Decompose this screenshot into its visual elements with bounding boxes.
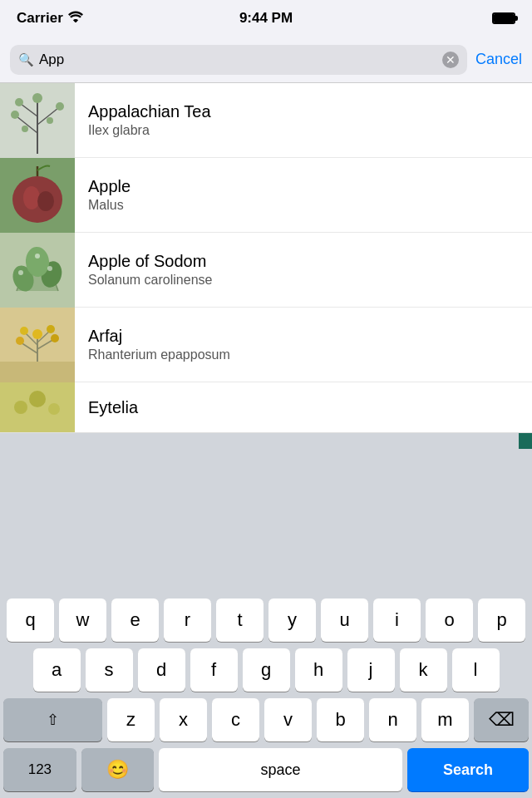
search-bar: 🔍 ✕ Cancel xyxy=(0,37,532,83)
svg-point-21 xyxy=(47,266,52,271)
svg-point-20 xyxy=(18,270,23,275)
svg-point-33 xyxy=(47,325,55,333)
wifi-icon xyxy=(68,10,83,27)
key-a[interactable]: a xyxy=(33,648,81,692)
svg-point-13 xyxy=(23,186,40,209)
search-key[interactable]: Search xyxy=(407,748,529,791)
svg-point-38 xyxy=(48,403,60,415)
svg-point-30 xyxy=(16,337,24,345)
status-right xyxy=(492,12,515,24)
result-latin: Malus xyxy=(88,198,519,213)
svg-point-9 xyxy=(22,126,28,132)
svg-point-32 xyxy=(20,327,28,335)
keyboard-row-1: q w e r t y u i o p xyxy=(3,598,529,642)
result-item[interactable]: Apple of Sodom Solanum carolinense xyxy=(0,233,532,308)
result-name: Appalachian Tea xyxy=(88,102,519,121)
result-name: Apple of Sodom xyxy=(88,252,519,271)
key-l[interactable]: l xyxy=(452,648,500,692)
key-b[interactable]: b xyxy=(317,698,364,741)
search-input[interactable] xyxy=(39,52,437,68)
key-d[interactable]: d xyxy=(138,648,185,692)
result-text: Appalachian Tea Ilex glabra xyxy=(75,102,532,138)
key-m[interactable]: m xyxy=(421,698,469,741)
shift-key[interactable]: ⇧ xyxy=(3,698,102,741)
battery-icon xyxy=(492,12,515,24)
svg-point-5 xyxy=(11,111,19,119)
result-latin: Solanum carolinense xyxy=(88,273,519,288)
status-time: 9:44 PM xyxy=(239,10,293,27)
key-z[interactable]: z xyxy=(107,698,155,741)
carrier-label: Carrier xyxy=(17,10,63,27)
result-thumbnail xyxy=(0,158,75,233)
status-bar: Carrier 9:44 PM xyxy=(0,0,532,37)
svg-point-22 xyxy=(35,254,40,259)
result-item[interactable]: Arfaj Rhanterium epapposum xyxy=(0,308,532,382)
svg-point-8 xyxy=(32,93,42,103)
key-i[interactable]: i xyxy=(373,598,421,642)
result-text: Apple Malus xyxy=(75,177,532,213)
key-j[interactable]: j xyxy=(347,648,395,692)
svg-point-34 xyxy=(32,329,42,339)
key-f[interactable]: f xyxy=(190,648,238,692)
svg-point-14 xyxy=(37,191,54,211)
emoji-key[interactable]: 😊 xyxy=(81,748,155,791)
key-y[interactable]: y xyxy=(268,598,316,642)
search-input-wrap[interactable]: 🔍 ✕ xyxy=(10,45,467,75)
backspace-key[interactable]: ⌫ xyxy=(474,698,529,741)
key-h[interactable]: h xyxy=(295,648,342,692)
result-text: Arfaj Rhanterium epapposum xyxy=(75,327,532,362)
key-n[interactable]: n xyxy=(369,698,416,741)
status-left: Carrier xyxy=(17,10,83,27)
key-r[interactable]: r xyxy=(164,598,211,642)
key-t[interactable]: t xyxy=(216,598,264,642)
svg-point-6 xyxy=(56,102,64,111)
keyboard: q w e r t y u i o p a s d f g h j k l ⇧ … xyxy=(0,592,532,798)
key-k[interactable]: k xyxy=(400,648,447,692)
results-list: Appalachian Tea Ilex glabra Apple Malus xyxy=(0,83,532,433)
result-item[interactable]: Apple Malus xyxy=(0,158,532,233)
keyboard-row-4: 123 😊 space Search xyxy=(3,748,529,791)
svg-point-37 xyxy=(29,391,46,407)
result-item-partial[interactable]: Eytelia xyxy=(0,382,532,432)
numbers-key[interactable]: 123 xyxy=(3,748,76,791)
result-thumbnail xyxy=(0,83,75,158)
key-o[interactable]: o xyxy=(426,598,473,642)
key-w[interactable]: w xyxy=(59,598,106,642)
key-p[interactable]: p xyxy=(478,598,525,642)
svg-point-36 xyxy=(14,401,27,414)
key-g[interactable]: g xyxy=(243,648,290,692)
battery-fill xyxy=(494,14,514,22)
key-v[interactable]: v xyxy=(264,698,312,741)
svg-point-10 xyxy=(47,117,53,124)
search-icon: 🔍 xyxy=(18,52,34,67)
key-e[interactable]: e xyxy=(111,598,159,642)
keyboard-row-3: ⇧ z x c v b n m ⌫ xyxy=(3,698,529,741)
key-s[interactable]: s xyxy=(86,648,133,692)
key-x[interactable]: x xyxy=(160,698,207,741)
result-latin: Ilex glabra xyxy=(88,123,519,138)
result-latin: Rhanterium epapposum xyxy=(88,347,519,362)
result-name: Arfaj xyxy=(88,327,519,346)
keyboard-row-2: a s d f g h j k l xyxy=(3,648,529,692)
svg-point-7 xyxy=(15,98,23,106)
result-item[interactable]: Appalachian Tea Ilex glabra xyxy=(0,83,532,158)
svg-point-31 xyxy=(51,334,59,342)
result-name: Apple xyxy=(88,177,519,196)
result-text: Apple of Sodom Solanum carolinense xyxy=(75,252,532,288)
result-name-partial: Eytelia xyxy=(88,398,519,417)
result-thumbnail-partial xyxy=(0,382,75,432)
key-q[interactable]: q xyxy=(7,598,54,642)
key-c[interactable]: c xyxy=(212,698,259,741)
key-u[interactable]: u xyxy=(321,598,368,642)
result-thumbnail xyxy=(0,233,75,308)
svg-rect-24 xyxy=(0,362,75,382)
result-text-partial: Eytelia xyxy=(75,398,532,417)
clear-button[interactable]: ✕ xyxy=(442,52,459,68)
result-thumbnail xyxy=(0,308,75,382)
shift-icon: ⇧ xyxy=(47,711,59,729)
space-key[interactable]: space xyxy=(159,748,401,791)
cancel-button[interactable]: Cancel xyxy=(475,51,522,68)
